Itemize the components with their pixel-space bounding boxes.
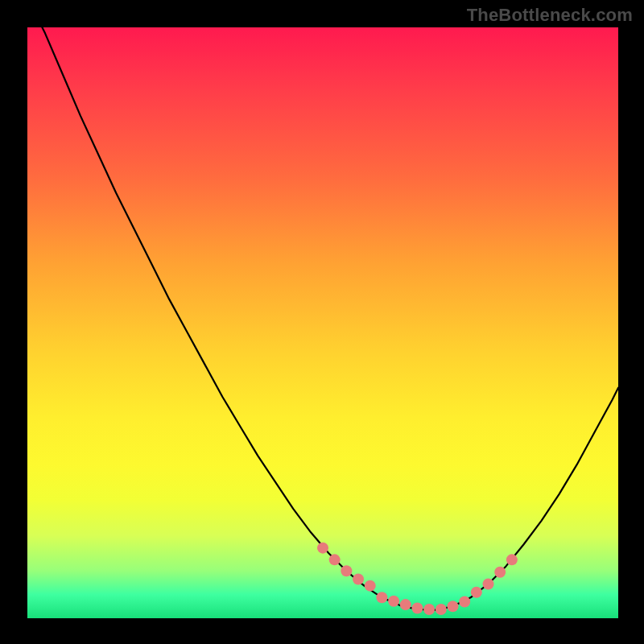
- curve-marker: [471, 587, 482, 598]
- curve-marker: [423, 604, 435, 615]
- watermark-text: TheBottleneck.com: [467, 5, 633, 26]
- curve-marker: [388, 596, 399, 607]
- curve-marker: [365, 580, 376, 592]
- curve-marker: [506, 554, 518, 565]
- plot-area: [27, 27, 618, 618]
- curve-marker: [483, 578, 494, 589]
- bottleneck-curve: [27, 27, 618, 618]
- curve-marker: [376, 592, 387, 603]
- chart-frame: TheBottleneck.com: [0, 0, 644, 644]
- curve-marker: [447, 601, 458, 612]
- curve-marker: [400, 599, 411, 610]
- curve-marker: [494, 567, 506, 578]
- curve-marker: [459, 596, 470, 607]
- curve-marker: [317, 543, 328, 554]
- curve-marker: [436, 604, 447, 615]
- curve-marker: [411, 603, 423, 614]
- curve-marker: [353, 574, 364, 585]
- curve-marker: [341, 565, 352, 576]
- curve-marker: [329, 554, 341, 565]
